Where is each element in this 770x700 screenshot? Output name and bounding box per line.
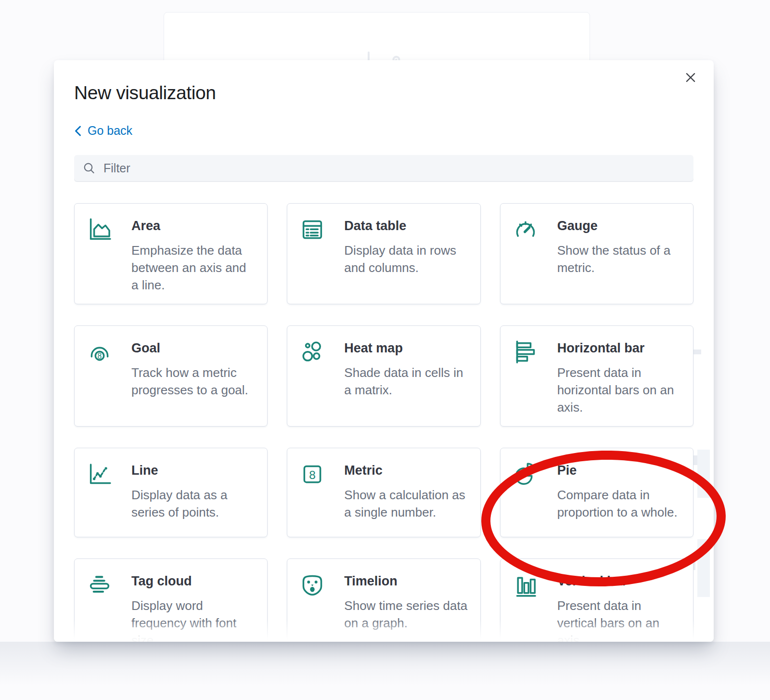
metric-icon: 8: [299, 461, 328, 488]
vis-type-card-vertical-bar[interactable]: Vertical bar Present data in vertical ba…: [500, 558, 693, 642]
modal-title: New visualization: [74, 60, 693, 104]
vis-type-card-timelion[interactable]: Timelion Show time series data on a grap…: [287, 558, 480, 642]
vis-type-description: Show time series data on a graph.: [344, 597, 468, 632]
vis-type-card-pie[interactable]: Pie Compare data in proportion to a whol…: [500, 448, 693, 537]
vis-type-title: Horizontal bar: [557, 337, 681, 357]
vis-type-title: Line: [131, 460, 256, 479]
go-back-link[interactable]: Go back: [74, 124, 132, 138]
vis-type-card-tag-cloud[interactable]: Tag cloud Display word frequency with fo…: [74, 558, 268, 642]
vis-type-description: Track how a metric progresses to a goal.: [131, 364, 256, 399]
vis-type-title: Data table: [344, 215, 468, 234]
vis-type-title: Tag cloud: [131, 570, 256, 590]
vis-type-card-gauge[interactable]: Gauge Show the status of a metric.: [500, 203, 693, 304]
goal-icon: 8: [86, 338, 115, 365]
area-chart-icon: [86, 216, 115, 243]
vis-type-description: Show a calculation as a single number.: [344, 486, 468, 521]
search-icon: [83, 162, 96, 175]
vis-type-title: Pie: [557, 460, 681, 479]
vis-type-card-metric[interactable]: 8 Metric Show a calculation as a single …: [287, 448, 480, 537]
filter-input[interactable]: [103, 161, 685, 176]
vis-type-title: Area: [131, 215, 256, 234]
vis-type-description: Display word frequency with font size.: [131, 597, 256, 642]
vis-type-description: Present data in vertical bars on an axis…: [557, 597, 681, 642]
vis-type-card-goal[interactable]: 8 Goal Track how a metric progresses to …: [74, 325, 268, 427]
vis-type-grid: Area Emphasize the data between an axis …: [74, 203, 693, 642]
chevron-left-icon: [74, 125, 82, 137]
vis-type-card-horizontal-bar[interactable]: Horizontal bar Present data in horizonta…: [500, 325, 693, 427]
vis-type-title: Gauge: [557, 215, 681, 234]
vis-type-description: Emphasize the data between an axis and a…: [131, 242, 256, 294]
timelion-icon: [299, 571, 328, 598]
vis-type-description: Display data as a series of points.: [131, 486, 256, 521]
svg-text:8: 8: [309, 468, 316, 481]
vis-type-title: Heat map: [344, 337, 468, 357]
vertical-bar-icon: [512, 571, 541, 598]
vis-type-description: Present data in horizontal bars on an ax…: [557, 364, 681, 416]
vis-type-title: Goal: [131, 337, 256, 357]
vis-type-description: Shade data in cells in a matrix.: [344, 364, 468, 399]
vis-type-card-area[interactable]: Area Emphasize the data between an axis …: [74, 203, 268, 304]
filter-search-box[interactable]: [74, 155, 693, 182]
svg-text:8: 8: [98, 352, 102, 360]
vis-type-title: Vertical bar: [557, 570, 681, 590]
go-back-label: Go back: [88, 124, 132, 138]
horizontal-bar-icon: [512, 338, 541, 365]
vis-type-title: Metric: [344, 460, 468, 479]
new-visualization-modal: New visualization Go back: [54, 60, 714, 642]
vis-type-description: Show the status of a metric.: [557, 242, 681, 276]
gauge-icon: [512, 216, 541, 243]
vis-type-card-heat-map[interactable]: Heat map Shade data in cells in a matrix…: [287, 325, 480, 427]
vis-type-description: Compare data in proportion to a whole.: [557, 486, 681, 521]
data-table-icon: [299, 216, 328, 243]
heat-map-icon: [299, 338, 328, 365]
page-bottom-haze: [0, 642, 770, 700]
pie-chart-icon: [512, 461, 541, 488]
tag-cloud-icon: [86, 571, 115, 598]
line-chart-icon: [86, 461, 115, 488]
close-icon[interactable]: [681, 68, 700, 87]
vis-type-title: Timelion: [344, 570, 468, 590]
vis-type-card-data-table[interactable]: Data table Display data in rows and colu…: [287, 203, 480, 304]
vis-type-card-line[interactable]: Line Display data as a series of points.: [74, 448, 268, 537]
vis-type-description: Display data in rows and columns.: [344, 242, 468, 276]
